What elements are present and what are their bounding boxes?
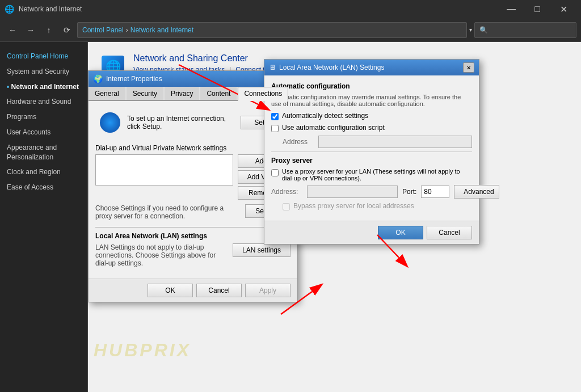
programs-label: Programs [7, 113, 36, 121]
choose-settings-text: Choose Settings if you need to configure… [95, 204, 241, 220]
proxy-port-label: Port: [402, 188, 416, 196]
auto-detect-checkbox[interactable] [271, 113, 279, 120]
proxy-title: Proxy server [271, 157, 472, 165]
lan-dialog-title: Local Area Network (LAN) Settings [279, 64, 460, 71]
proxy-label: Use a proxy server for your LAN (These s… [282, 168, 472, 182]
address-bar: ← → ↑ ⟳ Control Panel › Network and Inte… [0, 18, 581, 42]
lan-desc: LAN Settings do not apply to dial-up con… [95, 243, 228, 267]
ease-access-label: Ease of Access [7, 183, 53, 191]
setup-text: To set up an Internet connection, click … [127, 115, 234, 130]
appearance-label: Appearance andPersonalization [7, 144, 57, 161]
sidebar-item-programs[interactable]: Programs [0, 109, 87, 125]
sidebar-item-clock-region[interactable]: Clock and Region [0, 165, 87, 180]
tab-bar: General Security Privacy Content Connect… [89, 87, 297, 101]
refresh-button[interactable]: ⟳ [59, 22, 75, 38]
user-accounts-label: User Accounts [7, 128, 50, 136]
auto-detect-label: Automatically detect settings [282, 112, 368, 120]
path-prefix: Control Panel [82, 26, 124, 34]
use-proxy-checkbox[interactable] [271, 169, 279, 176]
control-panel-home-link[interactable]: Control Panel Home [7, 52, 68, 60]
maximize-button[interactable]: □ [524, 0, 550, 18]
clock-region-label: Clock and Region [7, 168, 61, 176]
tab-security[interactable]: Security [127, 87, 163, 100]
proxy-section: Proxy server Use a proxy server for your… [271, 151, 472, 210]
network-internet-label: Network and Internet [11, 83, 79, 91]
dropdown-icon: ▾ [469, 27, 472, 33]
cancel-button[interactable]: Cancel [196, 284, 242, 297]
use-script-label: Use automatic configuration script [282, 124, 385, 132]
content-area: 🌐 Network and Sharing Center View networ… [88, 42, 581, 392]
sidebar-item-ease-access[interactable]: Ease of Access [0, 180, 87, 195]
dial-section: Dial-up and Virtual Private Network sett… [95, 144, 290, 220]
close-button[interactable]: ✕ [550, 0, 576, 18]
proxy-address-label: Address: [271, 188, 302, 196]
title-bar-text: Network and Internet [19, 5, 494, 13]
proxy-address-input[interactable] [307, 186, 398, 198]
sidebar-item-hardware-sound[interactable]: Hardware and Sound [0, 94, 87, 109]
dial-list[interactable] [95, 154, 233, 186]
up-button[interactable]: ↑ [41, 22, 57, 38]
title-bar-controls: — □ ✕ [498, 0, 576, 18]
sidebar-item-appearance[interactable]: Appearance andPersonalization [0, 140, 87, 165]
tab-content[interactable]: Content [200, 87, 237, 100]
lan-dialog-footer: OK Cancel [264, 221, 479, 244]
bypass-row: Bypass proxy server for local addresses [271, 202, 472, 210]
use-script-checkbox[interactable] [271, 125, 279, 132]
bypass-checkbox[interactable] [283, 203, 290, 210]
search-icon: 🔍 [479, 26, 488, 34]
title-bar: 🌐 Network and Internet — □ ✕ [0, 0, 581, 18]
lan-dialog-titlebar: 🖥 Local Area Network (LAN) Settings ✕ [264, 60, 479, 75]
dialog-footer: OK Cancel Apply [89, 279, 297, 302]
sidebar-item-network-internet[interactable]: Network and Internet [0, 79, 87, 95]
sidebar-item-system-security[interactable]: System and Security [0, 64, 87, 79]
lan-cancel-button[interactable]: Cancel [427, 226, 472, 239]
lan-settings-dialog[interactable]: 🖥 Local Area Network (LAN) Settings ✕ Au… [264, 59, 479, 245]
back-button[interactable]: ← [5, 22, 20, 38]
app-icon: 🌐 [5, 5, 14, 14]
proxy-port-input[interactable] [421, 186, 449, 198]
ok-button[interactable]: OK [148, 284, 193, 297]
tab-connections[interactable]: Connections [238, 87, 288, 101]
lan-settings-button[interactable]: LAN settings [233, 243, 290, 257]
lan-dialog-icon: 🖥 [269, 64, 276, 71]
use-script-row: Use automatic configuration script [271, 124, 472, 132]
minimize-button[interactable]: — [498, 0, 524, 18]
sidebar: Control Panel Home System and Security N… [0, 42, 88, 392]
sidebar-item-user-accounts[interactable]: User Accounts [0, 125, 87, 140]
proxy-checkbox-row: Use a proxy server for your LAN (These s… [271, 168, 472, 182]
address-label: Address [283, 138, 314, 146]
auto-config-desc: Automatic configuration may override man… [271, 94, 472, 107]
setup-area: To set up an Internet connection, click … [95, 108, 290, 137]
advanced-button[interactable]: Advanced [454, 185, 499, 199]
auto-detect-row: Automatically detect settings [271, 112, 472, 120]
lan-section-title: Local Area Network (LAN) settings [95, 232, 290, 240]
dialog-icon: 🌍 [93, 74, 103, 83]
forward-button[interactable]: → [23, 22, 39, 38]
dial-layout: Add... Add VPN... Remove... [95, 154, 290, 200]
sidebar-item-control-panel-home[interactable]: Control Panel Home [0, 49, 87, 64]
watermark: HUBPRIX [94, 340, 191, 361]
lan-ok-button[interactable]: OK [378, 226, 423, 239]
search-box[interactable]: 🔍 [474, 22, 576, 38]
auto-config-title: Automatic configuration [271, 82, 472, 90]
lan-section: Local Area Network (LAN) settings LAN Se… [95, 227, 290, 272]
proxy-address-row: Address: Port: Advanced [271, 185, 472, 199]
tab-general[interactable]: General [89, 87, 125, 100]
globe-icon [100, 112, 120, 133]
lan-dialog-close[interactable]: ✕ [463, 62, 474, 73]
auto-config-section: Automatic configuration Automatic config… [271, 82, 472, 148]
main-layout: Control Panel Home System and Security N… [0, 42, 581, 392]
lan-dialog-body: Automatic configuration Automatic config… [264, 75, 479, 221]
address-path[interactable]: Control Panel › Network and Internet [77, 22, 467, 38]
dial-label: Dial-up and Virtual Private Network sett… [95, 144, 290, 152]
system-security-label: System and Security [7, 68, 69, 75]
address-input[interactable] [318, 136, 472, 148]
bypass-label: Bypass proxy server for local addresses [293, 202, 414, 210]
tab-privacy[interactable]: Privacy [165, 87, 199, 100]
dialog-title: Internet Properties [106, 75, 263, 83]
address-row: Address [271, 136, 472, 148]
path-current: Network and Internet [130, 26, 193, 34]
hardware-sound-label: Hardware and Sound [7, 98, 71, 106]
apply-button[interactable]: Apply [245, 284, 290, 297]
